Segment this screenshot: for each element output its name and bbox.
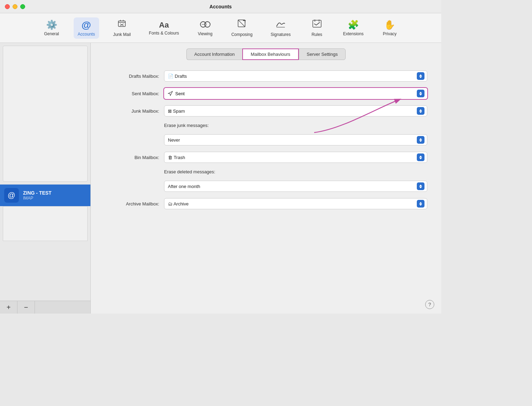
junk-mailbox-row: Junk Mailbox: ⊠ Spam [105,105,427,116]
composing-icon [237,19,247,31]
archive-mailbox-select[interactable]: 🗂 Archive [164,198,427,209]
toolbar-item-accounts[interactable]: @ Accounts [74,17,99,39]
toolbar-label-junk-mail: Junk Mail [113,32,131,37]
tab-bar: Account Information Mailbox Behaviours S… [91,43,441,60]
svg-rect-0 [118,21,125,27]
drafts-mailbox-label: Drafts Mailbox: [105,74,164,79]
content-panel: Account Information Mailbox Behaviours S… [91,43,441,314]
toolbar-label-composing: Composing [231,32,253,37]
toolbar-label-privacy: Privacy [383,31,397,36]
tab-account-information[interactable]: Account Information [186,48,243,60]
erase-deleted-label-row: Erase deleted messages: [105,169,427,174]
junk-mailbox-select[interactable]: ⊠ Spam [164,105,427,116]
toolbar-label-accounts: Accounts [78,32,95,37]
toolbar-item-composing[interactable]: Composing [227,17,257,39]
form-area: Drafts Mailbox: 📄 Drafts Sent Mailbox: [91,60,441,220]
sidebar-placeholder-bottom [3,206,88,241]
toolbar-item-general[interactable]: ⚙️ General [39,17,64,38]
sidebar-placeholder-top [3,46,88,182]
toolbar-label-fonts-colours: Fonts & Colours [149,31,179,36]
erase-deleted-select-wrapper: After one month [164,181,427,192]
svg-line-10 [238,20,245,27]
help-button[interactable]: ? [425,300,434,309]
sidebar-account-item[interactable]: @ ZING - TEST IMAP [0,185,90,206]
sent-mailbox-label: Sent Mailbox: [105,91,164,96]
window-controls [5,4,25,9]
maximize-button[interactable] [20,4,25,9]
rules-icon [312,19,322,31]
sidebar-top: @ ZING - TEST IMAP [0,43,90,301]
sent-stepper-icon [417,90,424,97]
at-icon: @ [82,20,91,31]
extensions-icon: 🧩 [348,20,359,30]
erase-junk-label: Erase junk messages: [164,123,209,128]
erase-deleted-label: Erase deleted messages: [164,169,215,174]
bin-mailbox-label: Bin Mailbox: [105,155,164,160]
tab-mailbox-behaviours[interactable]: Mailbox Behaviours [242,48,298,60]
bin-mailbox-select[interactable]: 🗑 Trash [164,152,427,163]
erase-deleted-select[interactable]: After one month [164,181,427,192]
sent-mailbox-row: Sent Mailbox: Sent [105,88,427,99]
toolbar-item-signatures[interactable]: Signatures [266,17,295,39]
bottom-bar: ? [425,300,434,309]
close-button[interactable] [5,4,10,9]
junk-mailbox-label: Junk Mailbox: [105,108,164,114]
toolbar-item-junk-mail[interactable]: Junk Mail [109,17,135,39]
archive-mailbox-select-wrapper: 🗂 Archive [164,198,427,209]
junk-mailbox-select-wrapper: ⊠ Spam [164,105,427,116]
arrow-down-icon [419,94,422,96]
toolbar-label-signatures: Signatures [271,32,290,37]
tab-server-settings[interactable]: Server Settings [299,48,346,60]
bin-mailbox-row: Bin Mailbox: 🗑 Trash [105,152,427,163]
arrow-up-icon [419,92,422,93]
window-title: Accounts [209,4,232,9]
erase-deleted-value-row: After one month [105,181,427,192]
toolbar-item-privacy[interactable]: ✋ Privacy [377,17,402,38]
sent-mailbox-select-wrapper: Sent [164,88,427,99]
privacy-icon: ✋ [384,20,395,30]
erase-junk-value-row: Never [105,134,427,145]
sidebar: @ ZING - TEST IMAP + − [0,43,91,314]
junk-icon [117,19,127,31]
erase-junk-select-wrapper: Never [164,134,427,145]
avatar: @ [4,188,19,203]
account-name: ZING - TEST [23,190,52,196]
drafts-mailbox-row: Drafts Mailbox: 📄 Drafts [105,70,427,82]
sent-mailbox-value: Sent [168,91,185,96]
toolbar-label-viewing: Viewing [198,31,213,36]
titlebar: Accounts [0,0,441,13]
erase-junk-select[interactable]: Never [164,134,427,145]
svg-rect-13 [313,20,321,27]
account-type: IMAP [23,196,52,201]
toolbar-label-rules: Rules [311,32,322,37]
toolbar-item-rules[interactable]: Rules [305,17,329,39]
fonts-icon: Aa [159,21,169,30]
remove-account-button[interactable]: − [17,301,35,314]
toolbar-item-viewing[interactable]: Viewing [193,17,217,38]
signatures-icon [275,19,286,31]
toolbar-item-extensions[interactable]: 🧩 Extensions [339,17,368,38]
account-info: ZING - TEST IMAP [23,190,52,201]
archive-mailbox-label: Archive Mailbox: [105,201,164,206]
toolbar-label-general: General [44,31,59,36]
main-area: @ ZING - TEST IMAP + − Account Informati… [0,43,441,314]
minimize-button[interactable] [13,4,17,9]
gear-icon: ⚙️ [46,20,57,30]
bin-mailbox-select-wrapper: 🗑 Trash [164,152,427,163]
drafts-mailbox-select-wrapper: 📄 Drafts [164,70,427,82]
toolbar: ⚙️ General @ Accounts Junk Mail Aa Fonts… [0,13,441,43]
toolbar-item-fonts-colours[interactable]: Aa Fonts & Colours [145,18,183,38]
sidebar-actions: + − [0,301,90,314]
viewing-icon [200,20,211,30]
add-account-button[interactable]: + [0,301,17,314]
svg-point-7 [205,22,210,27]
drafts-mailbox-select[interactable]: 📄 Drafts [164,70,427,82]
toolbar-label-extensions: Extensions [343,31,364,36]
archive-mailbox-row: Archive Mailbox: 🗂 Archive [105,198,427,209]
erase-junk-label-row: Erase junk messages: [105,123,427,128]
